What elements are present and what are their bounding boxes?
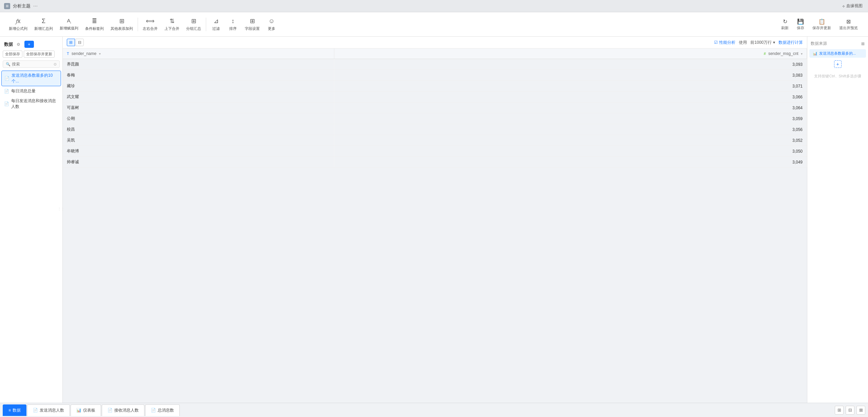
table-body: 养昆颜 3,093 春梅 3,083 藏珍 3,071 武文耀 3,066 可嘉…	[63, 59, 807, 168]
cell-sender-name-8: 牟晓博	[63, 146, 334, 157]
bottom-right-btn-2[interactable]: ⊟	[846, 406, 854, 415]
bottom-tab-send-count[interactable]: 📄 发送消息人数	[27, 404, 70, 416]
right-panel-expand-icon[interactable]: ⊠	[861, 41, 865, 46]
exit-preview-btn[interactable]: ⊠ 退出并预览	[837, 17, 860, 32]
toolbar-other-add[interactable]: ⊞ 其他表添加列	[107, 16, 136, 33]
title-bar: ⊞ 分析主题 ⋯ ⟡ 血缘视图	[0, 0, 868, 12]
cell-sender-msg-cnt-8: 3,050	[334, 146, 807, 157]
total-tab-icon: 📄	[151, 408, 156, 413]
toolbar-divider-1	[138, 18, 138, 31]
sidebar-title: 数据	[4, 41, 13, 48]
cell-sender-name-5: 公翱	[63, 113, 334, 124]
sort-icon: ↕	[232, 18, 235, 25]
compute-label[interactable]: 数据进行计算	[778, 40, 803, 45]
toolbar-new-agg-col[interactable]: Σ 新增汇总列	[31, 16, 56, 33]
doc-icon-1: 📄	[4, 89, 9, 94]
bottom-right-buttons: ⊞ ⊟ ⊠	[835, 406, 865, 415]
toolbar-group-sum[interactable]: ⊞ 分组汇总	[183, 16, 204, 33]
performance-analysis-btn[interactable]: ☑ 性能分析	[714, 40, 735, 45]
bottom-right-btn-3[interactable]: ⊠	[856, 406, 865, 415]
table-view-btn[interactable]: ⊞	[67, 39, 75, 46]
add-source-button[interactable]: +	[834, 60, 842, 68]
toolbar-divider-2	[206, 18, 206, 31]
data-toolbar: ⊞ ⊟ ☑ 性能分析 使用 前1000万行 ▾ 数据进行计算	[63, 37, 807, 49]
toolbar-filter[interactable]: ⊿ 过滤	[208, 16, 224, 33]
cell-sender-msg-cnt-2: 3,071	[334, 81, 807, 92]
bottom-tab-receive-count[interactable]: 📄 接收消息人数	[102, 404, 144, 416]
save-open-btn[interactable]: 📋 保存并更新	[810, 17, 833, 32]
right-panel-source-item[interactable]: 📊 发送消息条数最多的...	[809, 49, 866, 58]
cell-sender-msg-cnt-0: 3,093	[334, 59, 807, 70]
send-tab-icon: 📄	[33, 408, 38, 413]
col-sender-name[interactable]: T sender_name ▾	[63, 49, 334, 59]
cell-sender-msg-cnt-7: 3,052	[334, 135, 807, 146]
drag-handle[interactable]: ⋮⋮	[58, 207, 64, 210]
bottom-right-btn-1[interactable]: ⊞	[835, 406, 844, 415]
toolbar-new-formula-col[interactable]: 𝑓x 新增公式列	[5, 16, 31, 33]
toolbar: 𝑓x 新增公式列 Σ 新增汇总列 Ai 新增赋值列 ≣ 条件标签列 ⊞ 其他表添…	[0, 12, 868, 37]
bottom-tab-total-msg[interactable]: 📄 总消息数	[145, 404, 180, 416]
toolbar-field-settings[interactable]: ⊞ 字段设置	[241, 16, 263, 33]
sidebar-item-0[interactable]: 📄 发送消息条数最多的10个...	[1, 71, 61, 86]
cell-sender-name-0: 养昆颜	[63, 59, 334, 70]
app-icon: ⊞	[4, 3, 10, 9]
use-label: 使用	[739, 40, 747, 45]
blood-view-icon[interactable]: ⟡ 血缘视图	[842, 3, 863, 9]
cell-sender-name-4: 可嘉树	[63, 102, 334, 113]
bottom-tab-data[interactable]: ≡ 数据	[3, 404, 26, 416]
source-icon: 📊	[813, 51, 817, 56]
data-tab-icon: ≡	[8, 408, 11, 413]
table-row: 牟晓博 3,050	[63, 146, 807, 157]
add-dataset-button[interactable]: +	[24, 41, 34, 48]
refresh-btn[interactable]: ↻ 刷新	[779, 17, 791, 32]
doc-icon-0: 📄	[4, 76, 9, 81]
search-input[interactable]	[12, 62, 54, 67]
sort-icon-col2[interactable]: ▾	[801, 52, 803, 56]
search-settings-icon[interactable]: ⊙	[54, 62, 57, 67]
toolbar-more[interactable]: ☺ 更多	[263, 16, 280, 33]
exit-icon: ⊠	[846, 18, 851, 25]
cell-sender-msg-cnt-3: 3,066	[334, 92, 807, 102]
table-header-row: T sender_name ▾ # sender_msg_cnt ▾	[63, 49, 807, 59]
table-row: 公翱 3,059	[63, 113, 807, 124]
number-type-icon: #	[764, 52, 766, 56]
checkbox-icon: ☑	[714, 40, 718, 45]
table-row: 春梅 3,083	[63, 70, 807, 81]
sidebar-header: 数据 ⚙ +	[0, 39, 62, 51]
sidebar-settings-icon[interactable]: ⚙	[15, 41, 22, 48]
page-title: 分析主题	[13, 3, 31, 9]
search-box: 🔍 ⊙	[3, 60, 60, 68]
cell-sender-name-2: 藏珍	[63, 81, 334, 92]
dashboard-tab-icon: 📊	[76, 408, 81, 413]
cell-sender-msg-cnt-1: 3,083	[334, 70, 807, 81]
table-row: 养昆颜 3,093	[63, 59, 807, 70]
col-sender-msg-cnt[interactable]: # sender_msg_cnt ▾	[334, 49, 807, 59]
toolbar-conditional-label[interactable]: ≣ 条件标签列	[82, 16, 107, 33]
bottom-tab-dashboard[interactable]: 📊 仪表板	[71, 404, 101, 416]
center-panel: ⊞ ⊟ ☑ 性能分析 使用 前1000万行 ▾ 数据进行计算	[63, 37, 807, 417]
cell-sender-name-6: 校昌	[63, 124, 334, 135]
cell-sender-msg-cnt-9: 3,049	[334, 157, 807, 168]
sidebar-item-1[interactable]: 📄 每日消息总量	[0, 86, 62, 96]
save-update-button[interactable]: 全部保存并更新	[24, 51, 55, 58]
toolbar-merge-ud[interactable]: ⇅ 上下合并	[161, 16, 183, 33]
cell-sender-name-3: 武文耀	[63, 92, 334, 102]
cell-sender-msg-cnt-4: 3,064	[334, 102, 807, 113]
right-panel-hint: 支持按键Ctrl、Shift多选步骤	[807, 71, 868, 82]
receive-tab-icon: 📄	[107, 408, 113, 413]
sidebar-item-2[interactable]: 📄 每日发送消息和接收消息人数	[0, 96, 62, 112]
save-btn[interactable]: 💾 保存	[795, 17, 806, 32]
table-row: 吴凯 3,052	[63, 135, 807, 146]
data-range-select[interactable]: 前1000万行 ▾	[750, 40, 775, 45]
right-panel: 数据来源 ⊠ 📊 发送消息条数最多的... + 支持按键Ctrl、Shift多选…	[807, 37, 868, 417]
save-all-button[interactable]: 全部保存	[3, 51, 22, 58]
save-open-icon: 📋	[818, 18, 825, 25]
tree-view-btn[interactable]: ⊟	[76, 39, 84, 46]
toolbar-new-assign-col[interactable]: Ai 新增赋值列	[56, 16, 82, 32]
sort-icon-col1[interactable]: ▾	[99, 52, 101, 56]
toolbar-merge-lr[interactable]: ⟺ 左右合并	[139, 16, 161, 33]
title-menu-icon[interactable]: ⋯	[33, 3, 38, 8]
table-row: 武文耀 3,066	[63, 92, 807, 102]
other-add-icon: ⊞	[119, 17, 124, 25]
toolbar-sort[interactable]: ↕ 排序	[224, 16, 241, 33]
